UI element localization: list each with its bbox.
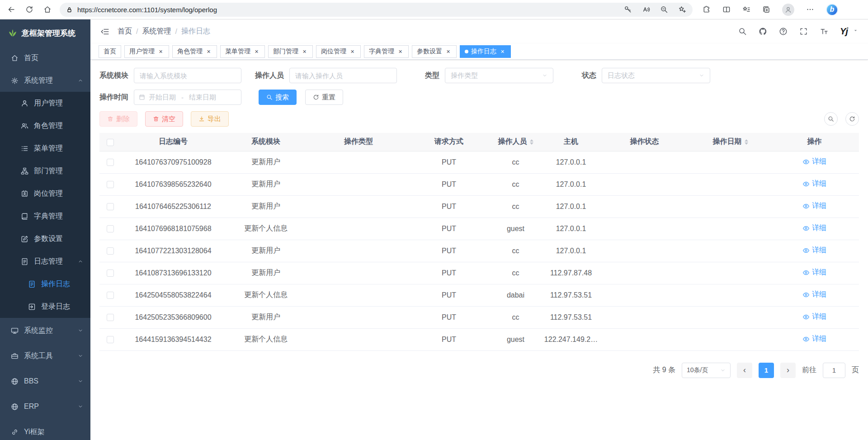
zoom-out-icon[interactable] bbox=[660, 5, 668, 14]
status-select[interactable]: 日志状态 bbox=[602, 68, 710, 83]
font-size-icon[interactable] bbox=[820, 27, 828, 36]
user-avatar[interactable]: Yj bbox=[840, 26, 848, 37]
browser-profile-avatar[interactable] bbox=[782, 4, 794, 16]
sidebar-item-erp[interactable]: ERP bbox=[0, 394, 90, 419]
detail-link[interactable]: 详细 bbox=[802, 290, 826, 299]
close-icon[interactable]: × bbox=[445, 48, 452, 55]
sidebar-item-post-management[interactable]: 岗位管理 bbox=[0, 182, 90, 205]
extensions-icon[interactable] bbox=[703, 5, 711, 14]
tab-role-management[interactable]: 角色管理× bbox=[172, 45, 217, 58]
detail-link[interactable]: 详细 bbox=[802, 312, 826, 322]
module-input[interactable] bbox=[140, 72, 236, 80]
detail-link[interactable]: 详细 bbox=[802, 246, 826, 255]
add-favorite-icon[interactable] bbox=[678, 5, 686, 14]
close-icon[interactable]: × bbox=[349, 48, 356, 55]
prev-page-button[interactable]: ‹ bbox=[737, 363, 752, 378]
next-page-button[interactable]: › bbox=[780, 363, 796, 378]
sidebar-item-log-management[interactable]: 日志管理 bbox=[0, 250, 90, 273]
row-checkbox[interactable] bbox=[107, 247, 114, 255]
page-number-button[interactable]: 1 bbox=[759, 363, 774, 378]
sidebar-item-home[interactable]: 首页 bbox=[0, 47, 90, 69]
type-select[interactable]: 操作类型 bbox=[445, 68, 553, 83]
detail-link[interactable]: 详细 bbox=[802, 157, 826, 166]
sidebar-item-user-management[interactable]: 用户管理 bbox=[0, 92, 90, 114]
select-all-checkbox[interactable] bbox=[107, 139, 114, 146]
sidebar-item-role-management[interactable]: 角色管理 bbox=[0, 114, 90, 137]
detail-link[interactable]: 详细 bbox=[802, 179, 826, 189]
reset-button[interactable]: 重置 bbox=[305, 90, 343, 105]
close-icon[interactable]: × bbox=[499, 48, 506, 55]
detail-link[interactable]: 详细 bbox=[802, 334, 826, 344]
favorites-icon[interactable] bbox=[742, 5, 750, 14]
close-icon[interactable]: × bbox=[205, 48, 212, 55]
collections-icon[interactable] bbox=[762, 5, 770, 14]
row-checkbox[interactable] bbox=[107, 336, 114, 343]
row-checkbox[interactable] bbox=[107, 203, 114, 210]
tab-home[interactable]: 首页 bbox=[99, 45, 121, 58]
sort-caret[interactable] bbox=[745, 139, 748, 145]
col-date[interactable]: 操作日期 bbox=[691, 133, 770, 151]
row-checkbox[interactable] bbox=[107, 292, 114, 299]
detail-link[interactable]: 详细 bbox=[802, 223, 826, 233]
close-icon[interactable]: × bbox=[157, 48, 164, 55]
sidebar-item-bbs[interactable]: BBS bbox=[0, 369, 90, 394]
avatar-caret-icon[interactable] bbox=[853, 28, 858, 33]
browser-home-button[interactable] bbox=[43, 5, 52, 14]
close-icon[interactable]: × bbox=[301, 48, 308, 55]
goto-page-input[interactable] bbox=[823, 363, 845, 378]
password-key-icon[interactable] bbox=[624, 5, 632, 14]
export-button[interactable]: 导出 bbox=[191, 111, 229, 127]
row-checkbox[interactable] bbox=[107, 225, 114, 232]
row-checkbox[interactable] bbox=[107, 314, 114, 321]
page-size-select[interactable]: 10条/页 bbox=[682, 363, 731, 378]
detail-link[interactable]: 详细 bbox=[802, 268, 826, 277]
breadcrumb-home[interactable]: 首页 bbox=[118, 27, 132, 36]
browser-back-button[interactable] bbox=[7, 5, 15, 14]
operator-input[interactable] bbox=[295, 72, 391, 80]
fullscreen-icon[interactable] bbox=[799, 27, 808, 36]
sidebar-item-dict-management[interactable]: 字典管理 bbox=[0, 205, 90, 227]
tab-dict-management[interactable]: 字典管理× bbox=[364, 45, 409, 58]
tab-dept-management[interactable]: 部门管理× bbox=[268, 45, 313, 58]
help-icon[interactable] bbox=[779, 27, 788, 36]
refresh-table-button[interactable] bbox=[845, 112, 859, 126]
read-aloud-icon[interactable] bbox=[642, 5, 650, 14]
sidebar-item-system-tools[interactable]: 系统工具 bbox=[0, 343, 90, 369]
clear-button[interactable]: 清空 bbox=[145, 111, 183, 127]
tab-user-management[interactable]: 用户管理× bbox=[124, 45, 169, 58]
github-icon[interactable] bbox=[759, 27, 767, 36]
browser-settings-menu-icon[interactable] bbox=[806, 5, 814, 14]
sidebar-item-yi-framework[interactable]: Yi框架 bbox=[0, 419, 90, 440]
row-checkbox[interactable] bbox=[107, 270, 114, 277]
search-icon[interactable] bbox=[738, 27, 747, 36]
toggle-search-button[interactable] bbox=[824, 112, 838, 126]
tab-operation-log[interactable]: 操作日志× bbox=[460, 45, 511, 58]
address-bar[interactable]: https://ccnetcore.com:1101/system/log/op… bbox=[60, 3, 693, 17]
sidebar-item-system-monitor[interactable]: 系统监控 bbox=[0, 318, 90, 343]
row-checkbox[interactable] bbox=[107, 181, 114, 188]
search-button[interactable]: 搜索 bbox=[259, 90, 297, 105]
split-screen-icon[interactable] bbox=[722, 5, 731, 14]
sidebar-item-param-settings[interactable]: 参数设置 bbox=[0, 227, 90, 250]
row-checkbox[interactable] bbox=[107, 159, 114, 166]
url-text[interactable]: https://ccnetcore.com:1101/system/log/op… bbox=[77, 6, 619, 14]
breadcrumb-system[interactable]: 系统管理 bbox=[142, 27, 171, 36]
sidebar-item-dept-management[interactable]: 部门管理 bbox=[0, 160, 90, 182]
date-range-picker[interactable]: 开始日期 - 结束日期 bbox=[134, 90, 241, 105]
tab-menu-management[interactable]: 菜单管理× bbox=[220, 45, 265, 58]
detail-link[interactable]: 详细 bbox=[802, 201, 826, 211]
delete-button[interactable]: 删除 bbox=[99, 111, 137, 127]
col-operator[interactable]: 操作人员 bbox=[487, 133, 544, 151]
sidebar-item-login-log[interactable]: 登录日志 bbox=[0, 295, 90, 318]
close-icon[interactable]: × bbox=[253, 48, 260, 55]
copilot-icon[interactable]: b bbox=[826, 4, 838, 16]
sidebar-item-menu-management[interactable]: 菜单管理 bbox=[0, 137, 90, 160]
tab-param-settings[interactable]: 参数设置× bbox=[412, 45, 457, 58]
sort-caret[interactable] bbox=[530, 139, 533, 145]
tab-post-management[interactable]: 岗位管理× bbox=[316, 45, 361, 58]
sidebar-item-system-management[interactable]: 系统管理 bbox=[0, 69, 90, 92]
close-icon[interactable]: × bbox=[397, 48, 404, 55]
sidebar-item-operation-log[interactable]: 操作日志 bbox=[0, 273, 90, 295]
sidebar-collapse-icon[interactable] bbox=[100, 27, 109, 36]
browser-refresh-button[interactable] bbox=[25, 5, 33, 14]
